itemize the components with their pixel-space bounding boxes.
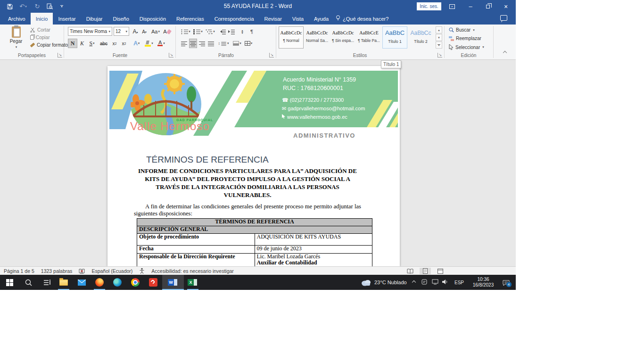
close-icon[interactable]: × bbox=[498, 0, 514, 13]
shading-button[interactable]: ▾ bbox=[232, 39, 242, 48]
read-mode-icon[interactable] bbox=[405, 268, 416, 274]
font-size-combo[interactable]: 12▾ bbox=[114, 27, 129, 36]
superscript-button[interactable]: x2 bbox=[120, 39, 128, 48]
tab-inicio[interactable]: Inicio bbox=[31, 13, 53, 25]
web-layout-icon[interactable] bbox=[435, 268, 446, 274]
page-indicator[interactable]: Página 1 de 5 bbox=[4, 268, 34, 274]
tab-archivo[interactable]: Archivo bbox=[3, 13, 31, 25]
style-normal[interactable]: AaBbCcDc ¶ Normal bbox=[279, 26, 304, 49]
collapse-ribbon-icon[interactable] bbox=[504, 50, 506, 55]
excel-taskbar-icon[interactable]: X bbox=[184, 275, 202, 290]
clipboard-dialog-launcher-icon[interactable]: ↘ bbox=[58, 53, 62, 58]
underline-button[interactable]: S▾ bbox=[87, 39, 97, 48]
borders-button[interactable]: ▾ bbox=[243, 39, 254, 48]
styles-gallery-more-icon[interactable]: ▼ bbox=[436, 41, 442, 49]
align-right-button[interactable] bbox=[198, 39, 206, 48]
style-titulo-2[interactable]: AaBbCc Título 2 bbox=[408, 26, 433, 49]
tray-app-icon[interactable] bbox=[421, 279, 427, 285]
replace-button[interactable]: Reemplazar bbox=[449, 36, 481, 41]
ribbon-display-options-icon[interactable] bbox=[447, 2, 457, 11]
tell-me-box[interactable]: ¿Qué desea hacer? bbox=[334, 13, 388, 25]
proofing-error-icon[interactable] bbox=[79, 268, 85, 274]
explorer-icon[interactable] bbox=[55, 275, 73, 290]
tab-disposicion[interactable]: Disposición bbox=[134, 13, 171, 25]
format-painter-button[interactable]: Copiar formato bbox=[30, 42, 68, 48]
document-page[interactable]: GAD PARROQUIAL Valle Hermoso Acuerdo Min… bbox=[107, 66, 400, 266]
sign-in-button[interactable]: Inic. ses. bbox=[417, 2, 441, 10]
justify-button[interactable] bbox=[207, 39, 215, 48]
styles-dialog-launcher-icon[interactable]: ↘ bbox=[438, 53, 442, 58]
line-spacing-button[interactable]: ↕▾ bbox=[218, 39, 229, 48]
show-marks-button[interactable]: ¶ bbox=[248, 27, 256, 36]
style-normal-sa[interactable]: AaBbCcDc Normal Sa... bbox=[305, 26, 330, 49]
print-layout-icon[interactable] bbox=[420, 268, 431, 274]
style-sin-espaciado[interactable]: AaBbCcDc ¶ Sin espa... bbox=[330, 26, 355, 49]
style-table-paragraph[interactable]: AaBbCcE ¶ Table Pa... bbox=[356, 26, 381, 49]
style-titulo-1[interactable]: AaBbC Título 1 bbox=[382, 26, 407, 49]
firefox-icon[interactable] bbox=[91, 275, 108, 290]
language-indicator[interactable]: Español (Ecuador) bbox=[91, 268, 132, 274]
strikethrough-button[interactable]: abc bbox=[98, 39, 109, 48]
select-button[interactable]: Seleccionar▾ bbox=[449, 44, 484, 50]
taskbar-search-icon[interactable] bbox=[19, 275, 38, 290]
grow-font-button[interactable]: A▴ bbox=[131, 27, 140, 36]
find-button[interactable]: Buscar▾ bbox=[449, 27, 475, 33]
tab-referencias[interactable]: Referencias bbox=[171, 13, 209, 25]
font-dialog-launcher-icon[interactable]: ↘ bbox=[169, 53, 173, 58]
task-view-icon[interactable] bbox=[38, 275, 57, 290]
chrome-icon[interactable] bbox=[126, 275, 144, 290]
word-count[interactable]: 1323 palabras bbox=[41, 268, 73, 274]
accessibility-icon[interactable] bbox=[139, 268, 145, 274]
change-case-button[interactable]: Aa▾ bbox=[150, 27, 161, 36]
paste-button[interactable]: Pegar ▾ bbox=[4, 26, 28, 52]
mail-icon[interactable] bbox=[73, 275, 91, 290]
start-button[interactable] bbox=[0, 275, 19, 290]
bullets-button[interactable]: ▾ bbox=[180, 27, 191, 36]
shrink-font-button[interactable]: A▾ bbox=[140, 27, 149, 36]
highlight-button[interactable]: ▾ bbox=[143, 39, 155, 48]
language-tray[interactable]: ESP bbox=[452, 275, 467, 290]
doc-heading: TÉRMINOS DE REFERENCIA bbox=[146, 155, 269, 165]
tab-correspondencia[interactable]: Correspondencia bbox=[209, 13, 259, 25]
tab-dibujar[interactable]: Dibujar bbox=[81, 13, 108, 25]
feedback-icon[interactable] bbox=[500, 15, 507, 21]
clock-tray[interactable]: 10:36 16/8/2023 bbox=[469, 275, 498, 290]
italic-button[interactable]: K bbox=[78, 39, 86, 48]
styles-scroll-up-icon[interactable]: ▲ bbox=[436, 26, 442, 33]
increase-indent-button[interactable] bbox=[227, 27, 235, 36]
font-name-combo[interactable]: Times New Roma▾ bbox=[68, 27, 112, 36]
tab-diseno[interactable]: Diseño bbox=[108, 13, 134, 25]
tab-vista[interactable]: Vista bbox=[287, 13, 309, 25]
restore-icon[interactable] bbox=[480, 0, 496, 13]
font-color-button[interactable]: A ▾ bbox=[156, 39, 167, 48]
multilevel-list-button[interactable]: ▾ bbox=[205, 27, 216, 36]
decrease-indent-button[interactable] bbox=[218, 27, 226, 36]
accessibility-status[interactable]: Accesibilidad: es necesario investigar bbox=[151, 268, 234, 274]
tray-expand-icon[interactable] bbox=[409, 275, 419, 290]
tab-ayuda[interactable]: Ayuda bbox=[309, 13, 334, 25]
bold-button[interactable]: N bbox=[68, 39, 77, 48]
numbering-button[interactable]: ▾ bbox=[192, 27, 204, 36]
network-icon[interactable] bbox=[432, 279, 438, 285]
acrobat-icon[interactable] bbox=[144, 275, 162, 290]
sort-button[interactable]: ▴▾ bbox=[238, 27, 247, 36]
word-taskbar-icon[interactable]: W bbox=[162, 275, 184, 290]
speaker-icon[interactable] bbox=[442, 279, 448, 285]
edge-icon[interactable] bbox=[108, 275, 126, 290]
paragraph-dialog-launcher-icon[interactable]: ↘ bbox=[269, 53, 274, 58]
copy-button[interactable]: Copiar bbox=[30, 35, 50, 40]
styles-scroll-down-icon[interactable]: ▼ bbox=[436, 34, 442, 41]
cut-button[interactable]: Cortar bbox=[30, 27, 50, 33]
text-effects-button[interactable]: A▾ bbox=[131, 39, 142, 48]
tab-insertar[interactable]: Insertar bbox=[53, 13, 81, 25]
weather-cloud-icon[interactable] bbox=[359, 275, 373, 290]
minimize-icon[interactable]: – bbox=[462, 0, 479, 13]
notification-icon[interactable]: 4 bbox=[499, 275, 513, 290]
clear-formatting-button[interactable]: A bbox=[162, 27, 172, 36]
align-center-button[interactable] bbox=[189, 39, 197, 48]
subscript-button[interactable]: x2 bbox=[110, 39, 119, 48]
weather-text[interactable]: 23°C Nublado bbox=[374, 275, 409, 290]
chevron-down-icon: ▾ bbox=[108, 30, 110, 33]
tab-revisar[interactable]: Revisar bbox=[259, 13, 287, 25]
align-left-button[interactable] bbox=[180, 39, 188, 48]
